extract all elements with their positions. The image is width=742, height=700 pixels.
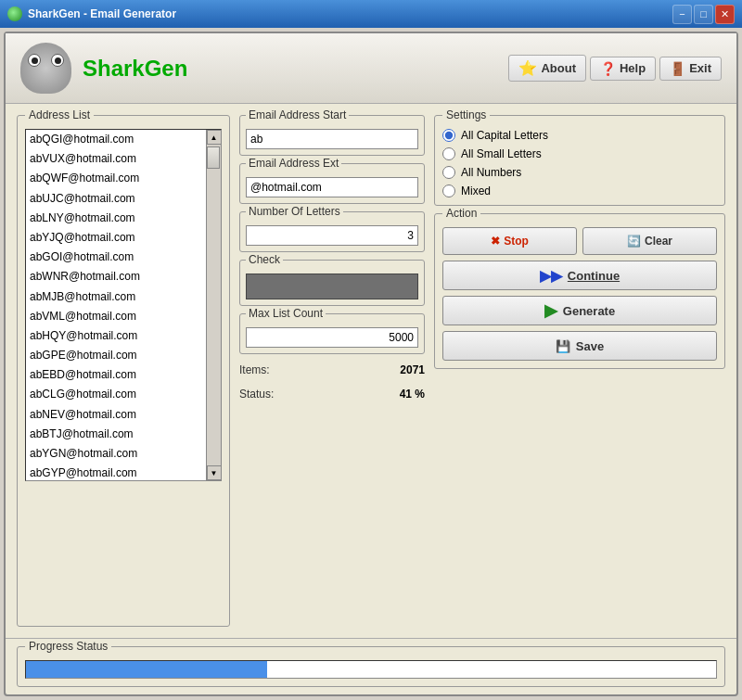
list-item: abGOI@hotmail.com	[26, 248, 206, 267]
stop-button[interactable]: ✖ Stop	[442, 227, 577, 255]
address-list-box[interactable]: abQGI@hotmail.comabVUX@hotmail.comabQWF@…	[25, 129, 222, 481]
radio-small-label: All Small Letters	[461, 147, 542, 160]
list-item: abNEV@hotmail.com	[26, 405, 206, 425]
radio-numbers-input[interactable]	[442, 166, 455, 179]
exit-icon: 🚪	[670, 61, 685, 76]
radio-small-input[interactable]	[442, 147, 455, 160]
settings-label: Settings	[442, 108, 490, 121]
clear-button[interactable]: 🔄 Clear	[582, 227, 717, 255]
minimize-button[interactable]: −	[672, 5, 692, 24]
continue-label: Continue	[568, 269, 620, 283]
email-start-group: Email Address Start	[239, 115, 425, 156]
list-item: abGYP@hotmail.com	[26, 464, 206, 480]
title-bar: SharkGen - Email Generator − □ ✕	[0, 0, 742, 28]
help-label: Help	[620, 61, 646, 75]
list-item: abQWF@hotmail.com	[26, 169, 206, 188]
radio-numbers-label: All Numbers	[461, 166, 521, 179]
num-letters-group: Number Of Letters	[239, 211, 425, 252]
save-icon: 💾	[556, 339, 570, 353]
email-ext-group: Email Address Ext	[239, 163, 425, 204]
close-button[interactable]: ✕	[715, 5, 735, 24]
check-bar	[246, 274, 418, 299]
email-ext-label: Email Address Ext	[246, 157, 341, 170]
window-title: SharkGen - Email Generator	[28, 7, 176, 20]
items-label: Items:	[239, 363, 270, 376]
clear-icon: 🔄	[627, 235, 641, 248]
list-item: abBTJ@hotmail.com	[26, 425, 206, 444]
settings-group: Settings All Capital Letters All Small L…	[434, 115, 725, 206]
generate-label: Generate	[563, 304, 615, 318]
progress-label: Progress Status	[25, 640, 111, 653]
action-group: Action ✖ Stop 🔄 Clear ▶▶	[434, 213, 725, 369]
max-list-label: Max List Count	[246, 307, 326, 320]
list-item: abHQY@hotmail.com	[26, 326, 206, 346]
address-list-content: abQGI@hotmail.comabVUX@hotmail.comabQWF@…	[26, 130, 206, 480]
generate-button[interactable]: ▶ Generate	[442, 296, 717, 325]
address-list-label: Address List	[25, 108, 94, 121]
continue-icon: ▶▶	[540, 267, 562, 285]
list-item: abVML@hotmail.com	[26, 307, 206, 326]
status-label: Status:	[239, 388, 274, 401]
scrollbar[interactable]: ▲ ▼	[206, 130, 221, 480]
continue-button[interactable]: ▶▶ Continue	[442, 261, 717, 290]
save-button[interactable]: 💾 Save	[442, 331, 717, 361]
exit-button[interactable]: 🚪 Exit	[659, 57, 722, 81]
check-label: Check	[246, 253, 283, 266]
radio-numbers[interactable]: All Numbers	[442, 166, 717, 179]
app-window: SharkGen ⭐ About ❓ Help 🚪 Exit Address L…	[4, 32, 738, 696]
generate-icon: ▶	[544, 300, 557, 321]
scroll-grip[interactable]	[207, 146, 220, 169]
logo-image	[20, 43, 71, 94]
scroll-down-arrow[interactable]: ▼	[207, 465, 222, 480]
list-item: abWNR@hotmail.com	[26, 267, 206, 286]
radio-capital-input[interactable]	[442, 129, 455, 142]
middle-panel: Email Address Start Email Address Ext Nu…	[239, 115, 425, 627]
content-area: Address List abQGI@hotmail.comabVUX@hotm…	[6, 104, 736, 638]
num-letters-input[interactable]	[246, 225, 418, 246]
list-item: abMJB@hotmail.com	[26, 287, 206, 307]
radio-capital[interactable]: All Capital Letters	[442, 129, 717, 142]
progress-bar-fill	[26, 661, 267, 678]
radio-mixed-label: Mixed	[461, 185, 491, 197]
app-title: SharkGen	[83, 56, 187, 82]
address-list-panel: Address List abQGI@hotmail.comabVUX@hotm…	[17, 115, 230, 627]
exit-label: Exit	[689, 61, 711, 75]
logo-eye-right	[51, 54, 64, 67]
radio-mixed-input[interactable]	[442, 185, 455, 197]
app-header: SharkGen ⭐ About ❓ Help 🚪 Exit	[6, 33, 736, 104]
logo-eye-left	[28, 54, 41, 67]
scroll-up-arrow[interactable]: ▲	[207, 130, 222, 145]
list-item: abQGI@hotmail.com	[26, 130, 206, 149]
max-list-input[interactable]	[246, 327, 418, 348]
app-icon	[7, 6, 22, 21]
list-item: abYGN@hotmail.com	[26, 444, 206, 464]
list-item: abUJC@hotmail.com	[26, 189, 206, 209]
email-ext-input[interactable]	[246, 177, 418, 197]
list-item: abLNY@hotmail.com	[26, 209, 206, 228]
app-logo: SharkGen	[20, 43, 187, 94]
about-button[interactable]: ⭐ About	[508, 55, 586, 82]
scroll-thumb[interactable]	[207, 145, 221, 465]
action-buttons: ✖ Stop 🔄 Clear ▶▶ Continue ▶	[442, 227, 717, 361]
maximize-button[interactable]: □	[694, 5, 713, 24]
clear-label: Clear	[645, 235, 672, 248]
check-group: Check	[239, 260, 425, 306]
list-item: abGPE@hotmail.com	[26, 346, 206, 365]
list-item: abCLG@hotmail.com	[26, 385, 206, 404]
email-start-input[interactable]	[246, 129, 418, 149]
star-icon: ⭐	[518, 59, 537, 77]
stop-label: Stop	[504, 235, 529, 248]
about-label: About	[541, 61, 576, 75]
list-item: abVUX@hotmail.com	[26, 149, 206, 169]
progress-group: Progress Status	[17, 646, 725, 687]
save-label: Save	[576, 339, 604, 353]
progress-bar-container	[25, 660, 717, 679]
max-list-group: Max List Count	[239, 313, 425, 354]
radio-small[interactable]: All Small Letters	[442, 147, 717, 160]
email-start-label: Email Address Start	[246, 108, 349, 121]
radio-mixed[interactable]: Mixed	[442, 185, 717, 197]
stop-clear-row: ✖ Stop 🔄 Clear	[442, 227, 717, 255]
status-row: Status: 41 %	[239, 386, 425, 402]
help-button[interactable]: ❓ Help	[590, 57, 656, 81]
status-value: 41 %	[400, 388, 425, 401]
